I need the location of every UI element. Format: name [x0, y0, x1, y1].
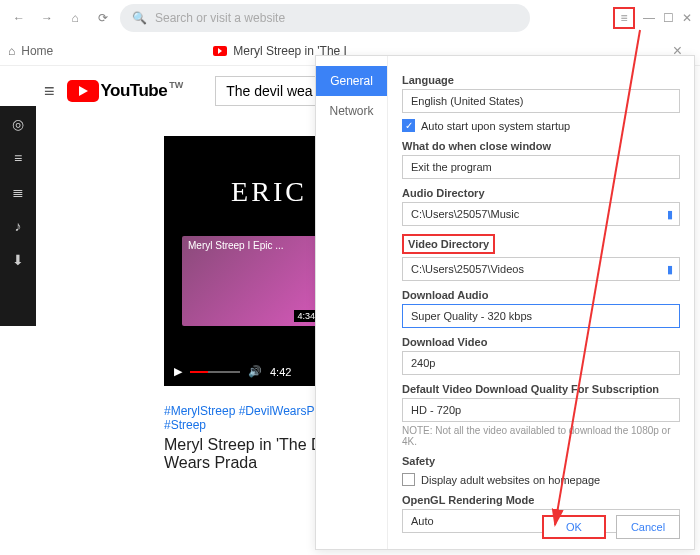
browser-toolbar: ← → ⌂ ⟳ 🔍 Search or visit a website ≡ — …: [0, 0, 700, 36]
youtube-region: TW: [169, 80, 183, 90]
safety-label: Safety: [402, 455, 680, 467]
maximize-icon[interactable]: ☐: [663, 11, 674, 25]
ok-button[interactable]: OK: [542, 515, 606, 539]
default-quality-select[interactable]: HD - 720p: [402, 398, 680, 422]
sidebar-music-icon[interactable]: ♪: [15, 218, 22, 234]
dl-audio-label: Download Audio: [402, 289, 680, 301]
thumb-title: Meryl Streep I Epic ...: [188, 240, 284, 251]
tab-network[interactable]: Network: [316, 96, 387, 126]
quality-note: NOTE: Not all the video availabled to do…: [402, 425, 680, 447]
sidebar-download-icon[interactable]: ⬇: [12, 252, 24, 268]
safety-checkbox[interactable]: [402, 473, 415, 486]
default-quality-label: Default Video Download Quality For Subsc…: [402, 383, 680, 395]
settings-dialog: General Network Language English (United…: [315, 55, 695, 550]
video-thumbnail[interactable]: Meryl Streep I Epic ... 4:34: [182, 236, 322, 326]
volume-icon[interactable]: 🔊: [248, 365, 262, 378]
back-icon[interactable]: ←: [8, 7, 30, 29]
sidebar-list-icon[interactable]: ≡: [14, 150, 22, 166]
dl-video-label: Download Video: [402, 336, 680, 348]
safety-option: Display adult websites on homepage: [421, 474, 600, 486]
audio-dir-input[interactable]: C:\Users\25057\Music▮: [402, 202, 680, 226]
youtube-logo[interactable]: YouTube TW: [67, 80, 184, 102]
search-value: The devil wea: [226, 83, 312, 99]
close-label: What do when close window: [402, 140, 680, 152]
cancel-button[interactable]: Cancel: [616, 515, 680, 539]
address-bar[interactable]: 🔍 Search or visit a website: [120, 4, 530, 32]
dl-video-select[interactable]: 240p: [402, 351, 680, 375]
folder-icon[interactable]: ▮: [667, 263, 673, 276]
video-dir-input[interactable]: C:\Users\25057\Videos▮: [402, 257, 680, 281]
tab-home[interactable]: ⌂ Home: [8, 44, 53, 58]
autostart-label: Auto start upon system startup: [421, 120, 570, 132]
minimize-icon[interactable]: —: [643, 11, 655, 25]
close-select[interactable]: Exit the program: [402, 155, 680, 179]
tab-general[interactable]: General: [316, 66, 387, 96]
sidebar: ◎ ≡ ≣ ♪ ⬇: [0, 106, 36, 326]
youtube-brand: YouTube: [101, 81, 168, 101]
opengl-label: OpenGL Rendering Mode: [402, 494, 680, 506]
progress-bar[interactable]: [190, 371, 240, 373]
dl-audio-select[interactable]: Super Quality - 320 kbps: [402, 304, 680, 328]
video-dir-label: Video Directory: [402, 234, 495, 254]
sidebar-playlist-icon[interactable]: ≣: [12, 184, 24, 200]
audio-dir-label: Audio Directory: [402, 187, 680, 199]
menu-icon[interactable]: ≡: [613, 7, 635, 29]
elapsed-time: 4:42: [270, 366, 291, 378]
youtube-favicon-icon: [213, 46, 227, 56]
language-select[interactable]: English (United States): [402, 89, 680, 113]
youtube-play-icon: [67, 80, 99, 102]
reload-icon[interactable]: ⟳: [92, 7, 114, 29]
hamburger-icon[interactable]: ≡: [44, 81, 55, 102]
search-icon: 🔍: [132, 11, 147, 25]
language-label: Language: [402, 74, 680, 86]
sidebar-instagram-icon[interactable]: ◎: [12, 116, 24, 132]
home-icon[interactable]: ⌂: [64, 7, 86, 29]
address-placeholder: Search or visit a website: [155, 11, 285, 25]
folder-icon[interactable]: ▮: [667, 208, 673, 221]
autostart-checkbox[interactable]: ✓: [402, 119, 415, 132]
home-tab-icon: ⌂: [8, 44, 15, 58]
close-window-icon[interactable]: ✕: [682, 11, 692, 25]
home-tab-label: Home: [21, 44, 53, 58]
forward-icon[interactable]: →: [36, 7, 58, 29]
play-icon[interactable]: ▶: [174, 365, 182, 378]
